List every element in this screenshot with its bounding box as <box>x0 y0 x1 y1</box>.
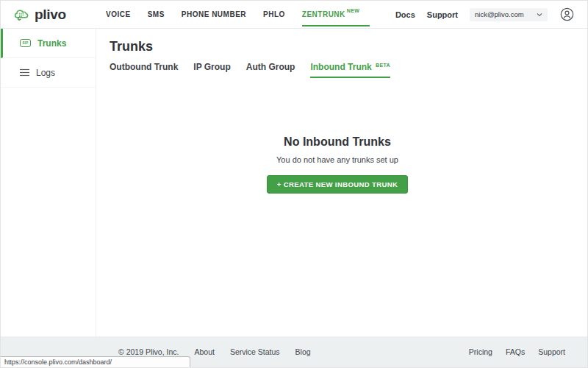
plivo-cloud-logo-icon <box>12 6 30 24</box>
docs-link[interactable]: Docs <box>395 10 415 19</box>
page-title: Trunks <box>110 39 587 54</box>
primary-nav: VOICE SMS PHONE NUMBER PHLO ZENTRUNK NEW <box>106 1 359 28</box>
footer-right-group: Pricing FAQs Support <box>469 347 565 356</box>
nav-item-zentrunk[interactable]: ZENTRUNK NEW <box>302 1 360 28</box>
chevron-down-icon <box>537 13 542 17</box>
nav-item-voice[interactable]: VOICE <box>106 1 131 28</box>
main-content: Trunks Outbound Trunk IP Group Auth Grou… <box>96 29 587 336</box>
sidebar-item-label: Trunks <box>37 38 66 49</box>
copyright-text: © 2019 Plivo, Inc. <box>118 347 179 356</box>
plivo-logo[interactable]: plivo <box>1 6 96 24</box>
sidebar-item-trunks[interactable]: SIP Trunks <box>1 29 96 58</box>
footer-link-service-status[interactable]: Service Status <box>230 347 280 356</box>
footer-link-faqs[interactable]: FAQs <box>506 347 525 356</box>
new-badge: NEW <box>347 8 360 13</box>
footer-link-pricing[interactable]: Pricing <box>469 347 492 356</box>
tab-label: Inbound Trunk <box>310 62 371 72</box>
sidebar-item-logs[interactable]: Logs <box>1 58 96 88</box>
support-link[interactable]: Support <box>427 10 458 19</box>
tab-ip-group[interactable]: IP Group <box>193 62 230 78</box>
list-icon <box>20 68 29 77</box>
account-dropdown[interactable]: nick@plivo.com <box>470 8 548 21</box>
empty-state: No Inbound Trunks You do not have any tr… <box>96 135 587 194</box>
empty-state-subtitle: You do not have any trunks set up <box>96 155 578 164</box>
empty-state-title: No Inbound Trunks <box>96 135 578 149</box>
create-inbound-trunk-button[interactable]: + CREATE NEW INBOUND TRUNK <box>267 175 409 194</box>
nav-item-phone-number[interactable]: PHONE NUMBER <box>182 1 246 28</box>
nav-item-sms[interactable]: SMS <box>148 1 165 28</box>
plivo-console-window: plivo VOICE SMS PHONE NUMBER PHLO ZENTRU… <box>0 0 588 368</box>
user-avatar-icon[interactable] <box>559 7 574 22</box>
footer-link-support[interactable]: Support <box>538 347 565 356</box>
tab-inbound-trunk[interactable]: Inbound Trunk BETA <box>310 62 390 78</box>
brand-name: plivo <box>35 7 66 23</box>
link-preview-url: https://console.plivo.com/dashboard/ <box>4 358 112 366</box>
tab-outbound-trunk[interactable]: Outbound Trunk <box>110 62 178 78</box>
beta-badge: BETA <box>376 63 390 68</box>
nav-item-phlo[interactable]: PHLO <box>263 1 285 28</box>
top-header: plivo VOICE SMS PHONE NUMBER PHLO ZENTRU… <box>1 1 587 29</box>
account-email: nick@plivo.com <box>475 10 524 18</box>
link-preview-statusbar: https://console.plivo.com/dashboard/ <box>1 356 190 367</box>
footer-left-group: © 2019 Plivo, Inc. About Service Status … <box>118 347 311 356</box>
header-right-group: Docs Support nick@plivo.com <box>395 7 587 22</box>
nav-item-label: ZENTRUNK <box>302 10 345 18</box>
sip-trunk-icon: SIP <box>20 39 31 47</box>
sidebar: SIP Trunks Logs <box>1 29 96 336</box>
trunk-tabs: Outbound Trunk IP Group Auth Group Inbou… <box>110 62 587 78</box>
footer-link-blog[interactable]: Blog <box>295 347 311 356</box>
sidebar-item-label: Logs <box>36 68 55 78</box>
footer-link-about[interactable]: About <box>194 347 214 356</box>
tab-auth-group[interactable]: Auth Group <box>246 62 295 78</box>
